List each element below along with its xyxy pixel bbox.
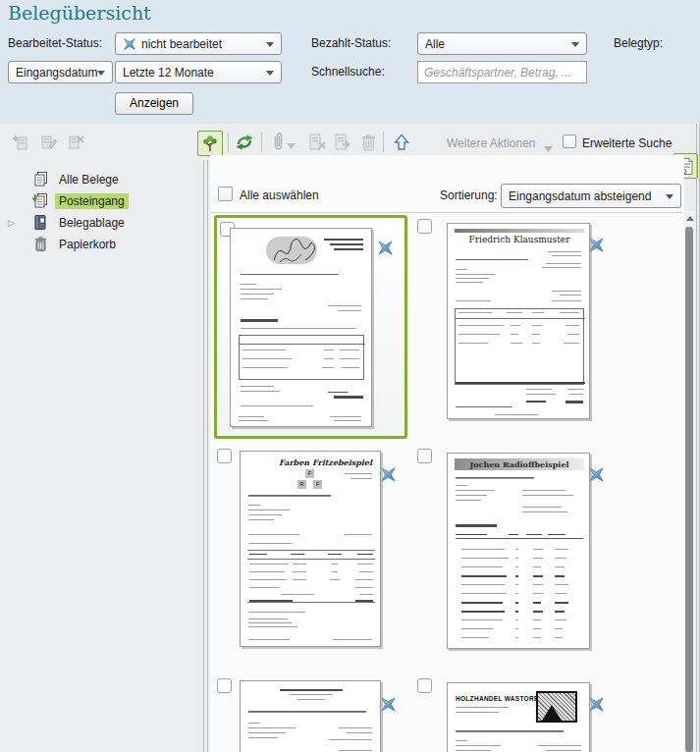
document-grid-panel: Alle auswählen Sortierung: Eingangsdatum… [210,155,684,752]
page-title: Belegübersicht [8,2,151,24]
chevron-down-icon [666,194,673,199]
bezahlt-status-select[interactable]: Alle [417,32,587,55]
scroll-up-icon[interactable] [684,211,695,225]
pin-icon [123,37,136,51]
panel-edge-line [696,124,697,752]
sidebar-item-alle-belege[interactable]: Alle Belege [0,169,201,189]
pin-icon[interactable] [588,237,606,254]
upload-icon[interactable] [391,132,412,153]
chevron-down-icon [571,42,579,47]
erweiterte-suche-checkbox[interactable] [563,134,576,148]
logo-scribble [264,233,321,268]
weitere-aktionen-button[interactable]: Weitere Aktionen [447,136,536,150]
document-title: Friedrich Klausmuster [448,235,590,244]
bearbeitet-status-value: nicht bearbeitet [141,37,222,51]
bearbeitet-status-select[interactable]: nicht bearbeitet [115,32,282,55]
document-tile-1[interactable] [214,215,407,439]
document-thumbnail [230,228,372,427]
scrollbar-thumb[interactable] [685,227,693,752]
document-tile-6[interactable]: HOLZHANDEL WASTORBEL [414,674,608,752]
sidebar-item-papierkorb[interactable]: Papierkorb [0,234,201,254]
document-checkbox[interactable] [417,678,432,693]
document-thumbnail [240,680,381,752]
document-tile-2[interactable]: Friedrich Klausmuster [414,215,608,439]
document-title: Farben Fritzebeispiel [279,457,372,467]
weitere-aktionen-label: Weitere Aktionen [447,136,536,150]
pin-icon[interactable] [588,466,606,484]
expand-arrow-icon[interactable]: ▷ [8,218,15,228]
document-title: HOLZHANDEL WASTORBEL [456,695,548,702]
filter-panel: Belegübersicht Bearbeitet-Status: nicht … [0,0,700,124]
erweiterte-suche-label: Erweiterte Suche [582,136,672,150]
pin-icon[interactable] [380,466,398,484]
attachment-dropdown-icon[interactable] [285,135,296,157]
bearbeitet-status-label: Bearbeitet-Status: [8,32,102,55]
document-checkbox[interactable] [217,449,232,463]
document-tile-3[interactable]: Farben Fritzebeispiel F R F [214,445,407,669]
sortierung-label: Sortierung: [440,188,498,202]
sidebar-item-label: Papierkorb [55,237,120,252]
sidebar-splitter-line [207,160,208,752]
sidebar-item-belegablage[interactable]: ▷ Belegablage [0,212,201,233]
document-tile-4[interactable]: Jochen Radioffbeispiel [414,445,608,669]
date-field-select[interactable]: Eingangsdatum [8,61,113,83]
bezahlt-status-value: Alle [425,37,445,51]
date-range-select[interactable]: Letzte 12 Monate [115,61,282,83]
edit-folder-icon[interactable] [37,132,59,153]
bezahlt-status-label: Bezahlt-Status: [311,32,391,55]
chevron-down-icon [266,71,274,76]
date-field-value: Eingangsdatum [16,66,97,80]
schnellsuche-input[interactable] [417,61,587,83]
trash-icon [33,236,48,252]
document-thumbnail: Farben Fritzebeispiel F R F [240,451,381,647]
sidebar-item-label: Posteingang [55,193,129,209]
pin-icon[interactable] [380,696,398,714]
vertical-scrollbar[interactable] [684,211,695,752]
refresh-icon[interactable] [234,132,255,153]
beleguebersicht-window: Belegübersicht Bearbeitet-Status: nicht … [0,0,700,752]
document-export-icon[interactable] [332,132,353,153]
sidebar-item-posteingang[interactable]: Posteingang [0,190,201,211]
sidebar-item-label: Alle Belege [55,172,123,188]
schnellsuche-label: Schnellsuche: [311,61,385,83]
pin-icon[interactable] [588,696,606,714]
inbox-documents-icon [32,192,49,209]
tree-view-toggle-button[interactable] [197,131,223,156]
delete-folder-icon[interactable] [65,132,86,153]
belegtyp-label: Belegtyp: [614,32,663,55]
logo-image [536,691,577,723]
document-thumbnail: Friedrich Klausmuster [447,223,590,419]
anzeigen-button[interactable]: Anzeigen [115,92,193,115]
trash-icon[interactable] [357,132,379,153]
document-checkbox[interactable] [217,678,232,693]
chevron-down-icon [97,71,105,76]
add-folder-icon[interactable] [10,132,31,153]
pin-icon[interactable] [377,240,395,257]
document-thumbnail: Jochen Radioffbeispiel [447,453,590,649]
document-thumbnail: HOLZHANDEL WASTORBEL [447,682,590,752]
tree-icon [201,134,219,152]
sidebar-splitter[interactable] [203,160,204,752]
documents-icon [32,171,49,188]
select-all-checkbox[interactable] [218,187,233,201]
date-range-value: Letzte 12 Monate [123,66,214,80]
sortierung-value: Eingangsdatum absteigend [509,189,651,203]
document-checkbox[interactable] [417,219,432,234]
sidebar-item-label: Belegablage [55,215,129,231]
document-title: Jochen Radioffbeispiel [455,458,584,470]
document-checkbox[interactable] [417,449,432,463]
select-all-label: Alle auswählen [240,188,319,202]
document-settings-icon[interactable] [306,132,328,153]
chevron-down-icon [266,42,274,47]
sortierung-select[interactable]: Eingangsdatum absteigend [501,184,681,208]
document-tile-5[interactable] [214,674,407,752]
binder-icon [32,214,48,231]
